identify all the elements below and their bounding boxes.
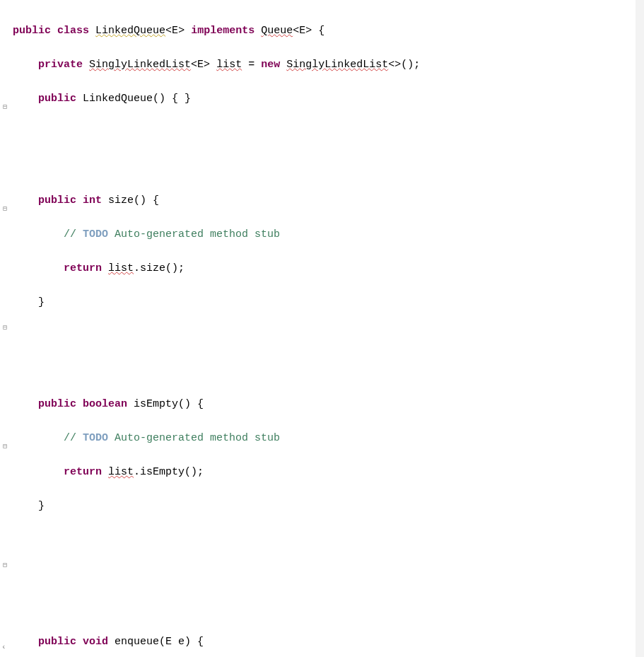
code-line[interactable]: return list.size(); <box>13 260 644 277</box>
fold-icon[interactable]: ⊟ <box>1 443 8 450</box>
empty-line[interactable] <box>13 328 644 345</box>
code-line[interactable]: public void enqueue(E e) { <box>13 634 644 651</box>
code-area[interactable]: public class LinkedQueue<E> implements Q… <box>13 6 644 657</box>
class-name: LinkedQueue <box>95 25 165 37</box>
todo-tag: TODO <box>83 432 108 444</box>
empty-line[interactable] <box>13 158 644 175</box>
empty-line[interactable] <box>13 532 644 549</box>
code-line[interactable]: // TODO Auto-generated method stub <box>13 430 644 447</box>
code-line[interactable]: return list.isEmpty(); <box>13 464 644 481</box>
code-line[interactable]: private SinglyLinkedList<E> list = new S… <box>13 57 644 74</box>
fold-icon[interactable]: ⊟ <box>1 562 8 569</box>
todo-tag: TODO <box>83 228 108 240</box>
code-line[interactable]: } <box>13 294 644 311</box>
scroll-left-icon[interactable]: ‹ <box>1 639 6 656</box>
empty-line[interactable] <box>13 124 644 141</box>
code-line[interactable]: } <box>13 498 644 515</box>
empty-line[interactable] <box>13 362 644 379</box>
code-line[interactable]: // TODO Auto-generated method stub <box>13 226 644 243</box>
vertical-scrollbar[interactable] <box>636 0 644 657</box>
code-line[interactable]: public int size() { <box>13 192 644 209</box>
empty-line[interactable] <box>13 600 644 617</box>
code-line[interactable]: public LinkedQueue() { } <box>13 91 644 107</box>
code-line[interactable]: public class LinkedQueue<E> implements Q… <box>13 23 644 40</box>
fold-icon[interactable]: ⊟ <box>1 206 8 213</box>
empty-line[interactable] <box>13 566 644 583</box>
fold-icon[interactable]: ⊟ <box>1 325 8 332</box>
fold-icon[interactable]: ⊟ <box>1 104 8 111</box>
code-editor[interactable]: ⊟ ⊟ ⊟ ⊟ ⊟ public class LinkedQueue<E> im… <box>0 0 644 657</box>
code-line[interactable]: public boolean isEmpty() { <box>13 396 644 413</box>
interface-name: Queue <box>261 25 293 37</box>
